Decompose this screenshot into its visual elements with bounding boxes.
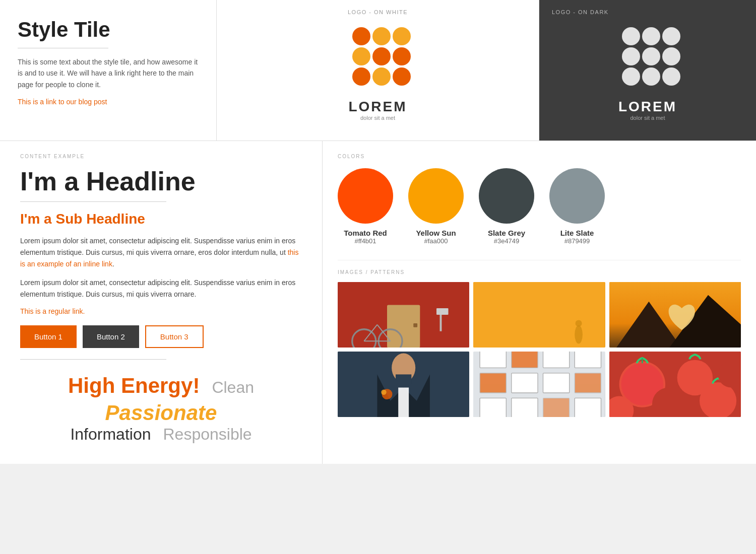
section-divider xyxy=(20,359,166,360)
body-paragraph-1: Lorem ipsum dolor sit amet, consectetur … xyxy=(20,235,302,270)
svg-point-2 xyxy=(393,27,411,45)
svg-rect-21 xyxy=(413,323,417,327)
svg-rect-45 xyxy=(480,352,506,368)
words-row-3: Information Responsible xyxy=(20,425,302,444)
svg-rect-39 xyxy=(398,388,409,417)
svg-point-8 xyxy=(393,67,411,86)
image-suit xyxy=(338,352,469,417)
svg-rect-28 xyxy=(440,315,442,331)
word-high-energy: High Energy! xyxy=(68,374,200,397)
words-row-1: High Energy! Clean xyxy=(20,374,302,398)
images-label: IMAGES / PATTERNS xyxy=(338,260,741,275)
color-name-tomato: Tomato Red xyxy=(344,229,387,237)
color-hex-tomato: #ff4b01 xyxy=(354,237,376,245)
intro-description: This is some text about the style tile, … xyxy=(18,56,199,90)
color-hex-lite: #879499 xyxy=(564,237,590,245)
color-name-lite: Lite Slate xyxy=(560,229,594,237)
images-grid xyxy=(338,282,741,417)
image-red-bike xyxy=(338,282,469,348)
svg-rect-48 xyxy=(575,352,601,368)
divider xyxy=(18,48,108,48)
body-paragraph-2: Lorem ipsum dolor sit amet, consectetur … xyxy=(20,277,302,300)
main-headline: I'm a Headline xyxy=(20,166,302,196)
svg-point-15 xyxy=(622,67,640,86)
svg-rect-51 xyxy=(543,373,570,393)
color-yellow-sun: Yellow Sun #faa000 xyxy=(408,168,464,245)
word-passionate: Passionate xyxy=(20,401,302,425)
intro-section: Style Tile This is some text about the s… xyxy=(0,0,217,141)
svg-point-31 xyxy=(576,320,582,326)
top-row: Style Tile This is some text about the s… xyxy=(0,0,756,141)
svg-point-3 xyxy=(352,47,370,65)
svg-rect-50 xyxy=(512,373,538,393)
color-hex-slate: #3e4749 xyxy=(494,237,520,245)
logo-dark-section: LOGO - ON DARK LOREM dolor sit a met xyxy=(539,0,756,141)
svg-rect-49 xyxy=(480,373,506,393)
image-tomatoes xyxy=(609,352,741,417)
word-responsible: Responsible xyxy=(163,425,251,443)
svg-rect-46 xyxy=(512,352,538,368)
logo-dark-container: LOREM dolor sit a met xyxy=(552,25,743,121)
words-row-2: Passionate xyxy=(20,401,302,425)
colors-images-section: COLORS Tomato Red #ff4b01 Yellow Sun #fa… xyxy=(323,141,756,464)
svg-point-10 xyxy=(642,27,660,45)
button-2[interactable]: Button 2 xyxy=(83,325,139,348)
blog-link[interactable]: This is a link to our blog post xyxy=(18,98,107,106)
button-1[interactable]: Button 1 xyxy=(20,325,77,348)
colors-label: COLORS xyxy=(338,154,741,159)
colors-row: Tomato Red #ff4b01 Yellow Sun #faa000 Sl… xyxy=(338,168,741,245)
button-3[interactable]: Button 3 xyxy=(145,325,204,348)
svg-point-9 xyxy=(622,27,640,45)
word-clean: Clean xyxy=(212,378,254,396)
svg-point-17 xyxy=(662,67,680,86)
svg-rect-29 xyxy=(473,282,605,348)
svg-rect-43 xyxy=(396,374,411,384)
content-section: CONTENT EXAMPLE I'm a Headline I'm a Sub… xyxy=(0,141,323,464)
svg-point-13 xyxy=(642,47,660,65)
svg-point-16 xyxy=(642,67,660,86)
svg-rect-55 xyxy=(543,398,570,417)
color-hex-yellow: #faa000 xyxy=(424,237,448,245)
image-yellow xyxy=(473,282,605,348)
svg-point-12 xyxy=(622,47,640,65)
svg-point-4 xyxy=(372,47,391,65)
logo-dark-svg xyxy=(615,25,680,96)
svg-rect-27 xyxy=(436,308,449,315)
color-slate-grey: Slate Grey #3e4749 xyxy=(479,168,534,245)
color-circle-slate xyxy=(479,168,534,224)
logo-dark-name: LOREM xyxy=(618,99,677,115)
svg-rect-56 xyxy=(575,398,601,417)
word-information: Information xyxy=(70,425,151,443)
buttons-row: Button 1 Button 2 Button 3 xyxy=(20,325,302,348)
content-label: CONTENT EXAMPLE xyxy=(20,154,302,159)
image-hands xyxy=(609,282,741,348)
logo-dark-subtext: dolor sit a met xyxy=(630,115,665,121)
logo-white-subtext: dolor sit a met xyxy=(360,115,395,121)
svg-rect-47 xyxy=(543,352,570,368)
sub-headline: I'm a Sub Headline xyxy=(20,211,302,227)
logo-dark-label: LOGO - ON DARK xyxy=(552,9,609,15)
words-section: High Energy! Clean Passionate Informatio… xyxy=(20,369,302,449)
svg-point-41 xyxy=(381,389,386,394)
svg-point-14 xyxy=(662,47,680,65)
logo-white-section: LOGO - ON WHITE LOREM xyxy=(217,0,539,141)
logo-white-svg xyxy=(345,25,411,96)
color-lite-slate: Lite Slate #879499 xyxy=(549,168,605,245)
svg-rect-53 xyxy=(480,398,506,417)
page-title: Style Tile xyxy=(18,18,199,42)
logo-white-label: LOGO - ON WHITE xyxy=(348,9,408,15)
headline-divider xyxy=(20,201,166,202)
logo-white-container: LOREM dolor sit a met xyxy=(345,25,411,121)
image-building xyxy=(473,352,605,417)
color-name-yellow: Yellow Sun xyxy=(416,229,456,237)
page: Style Tile This is some text about the s… xyxy=(0,0,756,464)
color-name-slate: Slate Grey xyxy=(488,229,525,237)
svg-point-7 xyxy=(372,67,391,86)
svg-point-0 xyxy=(352,27,370,45)
svg-rect-52 xyxy=(575,373,601,393)
color-circle-lite xyxy=(549,168,605,224)
regular-link[interactable]: This is a regular link. xyxy=(20,307,302,315)
logo-white-name: LOREM xyxy=(348,99,407,115)
svg-point-30 xyxy=(575,325,583,344)
bottom-row: CONTENT EXAMPLE I'm a Headline I'm a Sub… xyxy=(0,141,756,464)
